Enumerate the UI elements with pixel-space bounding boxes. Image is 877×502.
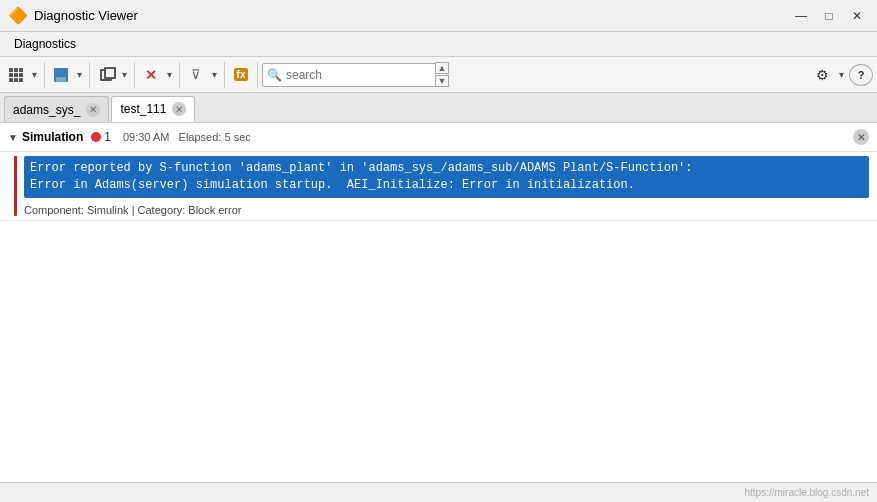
section-close-button[interactable]: ✕ [853, 129, 869, 145]
tab-test-111-label: test_111 [120, 102, 166, 116]
simulation-section-header[interactable]: ▼ Simulation 1 09:30 AM Elapsed: 5 sec ✕ [0, 123, 877, 152]
tab-adams-sys-close[interactable]: ✕ [86, 103, 100, 117]
save-dropdown-arrow[interactable]: ▾ [74, 62, 85, 88]
copy-button[interactable] [94, 62, 118, 88]
section-toggle-icon: ▼ [8, 132, 18, 143]
toolbar-group-copy: ▾ [94, 62, 135, 88]
minimize-button[interactable]: — [789, 6, 813, 26]
error-badge: 1 [91, 130, 111, 144]
delete-dropdown-arrow[interactable]: ▾ [164, 62, 175, 88]
title-bar-controls: — □ ✕ [789, 6, 869, 26]
maximize-button[interactable]: □ [817, 6, 841, 26]
tab-adams-sys[interactable]: adams_sys_ ✕ [4, 96, 109, 122]
filter-button[interactable]: ⊽ [184, 62, 208, 88]
search-down-button[interactable]: ▼ [435, 75, 449, 87]
filter-dropdown-arrow[interactable]: ▾ [209, 62, 220, 88]
tabs-bar: adams_sys_ ✕ test_111 ✕ [0, 93, 877, 123]
toolbar-settings-group: ⚙ ▾ ? [810, 62, 873, 88]
toolbar-group-view: ▾ [4, 62, 45, 88]
app-title: Diagnostic Viewer [34, 8, 138, 23]
error-severity-indicator [14, 156, 17, 216]
search-input[interactable] [286, 68, 431, 82]
category-value: Block error [188, 204, 241, 216]
grid-dropdown-arrow[interactable]: ▾ [29, 62, 40, 88]
tab-test-111-close[interactable]: ✕ [172, 102, 186, 116]
search-up-button[interactable]: ▲ [435, 62, 449, 74]
toolbar-group-save: ▾ [49, 62, 90, 88]
error-item: Error reported by S-function 'adams_plan… [0, 152, 877, 221]
save-button[interactable] [49, 62, 73, 88]
toolbar-group-fx: fx [229, 62, 258, 88]
search-box: 🔍 ▲ ▼ [262, 63, 447, 87]
error-dot-icon [91, 132, 101, 142]
section-label: Simulation [22, 130, 83, 144]
evaluate-button[interactable]: fx [229, 62, 253, 88]
help-button[interactable]: ? [849, 64, 873, 86]
menu-bar: Diagnostics [0, 32, 877, 57]
error-meta: Component: Simulink | Category: Block er… [24, 202, 869, 216]
simulation-time: 09:30 AM [123, 131, 169, 143]
grid-icon [9, 68, 23, 82]
watermark: https://miracle.blog.csdn.net [744, 487, 869, 498]
close-button[interactable]: ✕ [845, 6, 869, 26]
error-count: 1 [104, 130, 111, 144]
toolbar-group-filter: ⊽ ▾ [184, 62, 225, 88]
copy-dropdown-arrow[interactable]: ▾ [119, 62, 130, 88]
filter-icon: ⊽ [191, 67, 201, 82]
fx-icon: fx [234, 68, 249, 81]
toolbar-group-delete: ✕ ▾ [139, 62, 180, 88]
section-time: 09:30 AM Elapsed: 5 sec [123, 131, 251, 143]
category-label: Category: [138, 204, 189, 216]
toolbar: ▾ ▾ ▾ ✕ ▾ ⊽ ▾ fx 🔍 ▲ [0, 57, 877, 93]
grid-view-button[interactable] [4, 62, 28, 88]
delete-icon: ✕ [145, 68, 157, 82]
status-bar: https://miracle.blog.csdn.net [0, 482, 877, 502]
menu-diagnostics[interactable]: Diagnostics [4, 34, 86, 54]
component-label: Component: [24, 204, 87, 216]
tab-adams-sys-label: adams_sys_ [13, 103, 80, 117]
copy-icon [100, 69, 112, 81]
app-icon: 🔶 [8, 6, 28, 25]
tab-test-111[interactable]: test_111 ✕ [111, 96, 195, 122]
search-icon: 🔍 [267, 68, 282, 82]
delete-button[interactable]: ✕ [139, 62, 163, 88]
settings-button[interactable]: ⚙ [810, 62, 834, 88]
settings-dropdown-arrow[interactable]: ▾ [836, 62, 847, 88]
title-bar: 🔶 Diagnostic Viewer — □ ✕ [0, 0, 877, 32]
simulation-elapsed: Elapsed: 5 sec [179, 131, 251, 143]
error-message[interactable]: Error reported by S-function 'adams_plan… [24, 156, 869, 198]
search-arrows: ▲ ▼ [435, 62, 449, 87]
content-area: ▼ Simulation 1 09:30 AM Elapsed: 5 sec ✕… [0, 123, 877, 482]
save-icon [54, 68, 68, 82]
component-value: Simulink [87, 204, 129, 216]
